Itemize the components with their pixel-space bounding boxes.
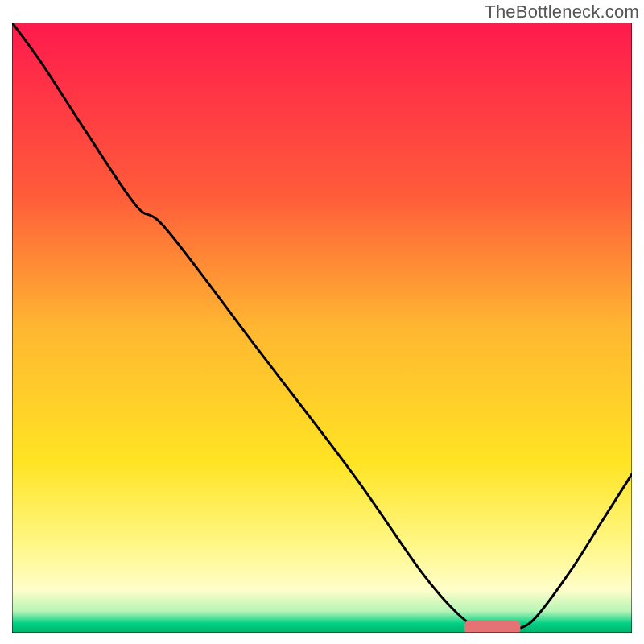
watermark-text: TheBottleneck.com bbox=[485, 2, 639, 23]
gradient-background bbox=[12, 23, 632, 633]
bottleneck-chart bbox=[12, 23, 632, 633]
chart-container: TheBottleneck.com bbox=[0, 0, 644, 644]
